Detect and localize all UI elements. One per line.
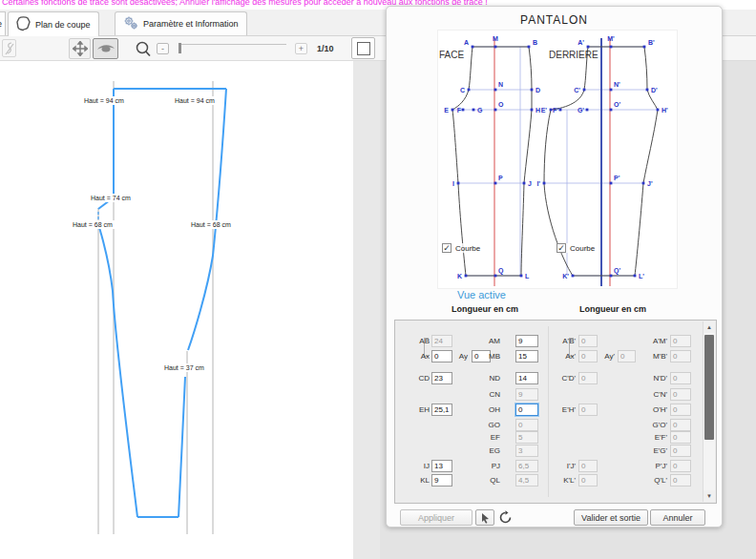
measure-label-I'J': I'J' — [545, 460, 576, 472]
measure-label-N'D': N'D' — [637, 372, 667, 384]
measure-label-Ay: Ay — [447, 350, 468, 362]
zoom-out-button[interactable]: - — [157, 43, 169, 54]
eye-show-measures-button[interactable] — [93, 38, 118, 59]
measure-field-ND[interactable]: 14 — [515, 372, 538, 384]
pattern-drawing — [0, 61, 353, 559]
measure-label-M'B': M'B' — [637, 350, 667, 362]
diagram-point-B — [528, 46, 531, 49]
measure-field-C'D': 0 — [578, 372, 598, 384]
diagram-point-M — [494, 46, 497, 49]
measure-field-OH[interactable]: 0 — [515, 404, 538, 416]
diagram-point-N' — [610, 89, 613, 92]
measure-field-N'D': 0 — [670, 372, 691, 384]
measure-field-KL[interactable]: 9 — [431, 474, 452, 487]
measure-field-MB[interactable]: 15 — [515, 350, 538, 362]
measure-field-QL: 4,5 — [515, 474, 538, 487]
diagram-point-D' — [646, 89, 649, 92]
point-label-G: G — [477, 107, 483, 114]
checkbox-checked-icon[interactable]: ✓ — [442, 243, 452, 253]
diagram-point-C' — [583, 89, 586, 92]
checkbox-checked-icon[interactable]: ✓ — [556, 243, 566, 253]
scroll-down-arrow[interactable]: ▼ — [704, 490, 715, 502]
frame-select-button[interactable] — [351, 37, 375, 59]
pantalon-dialog: PANTALON — [386, 6, 723, 528]
pattern-canvas[interactable]: Haut = 94 cm Haut = 94 cm Haut = 74 cm H… — [0, 61, 353, 559]
measure-field-CD[interactable]: 23 — [431, 372, 452, 384]
measure-label-C'D': C'D' — [545, 372, 576, 384]
measure-label-O'H': O'H' — [637, 404, 667, 416]
measure-label-EH: EH — [401, 404, 430, 416]
courbe-label: Courbe — [570, 244, 595, 253]
point-label-C: C — [460, 87, 465, 93]
courbe-checkbox-face[interactable]: ✓ Courbe — [442, 243, 480, 253]
measure-label-CD: CD — [401, 372, 430, 384]
zoom-in-button[interactable]: + — [295, 43, 307, 54]
measure-field-GO: 0 — [515, 419, 538, 431]
measure-label: Haut = 74 cm — [89, 194, 133, 202]
measure-label: Haut = 37 cm — [162, 363, 206, 372]
zoom-slider-handle[interactable] — [178, 43, 181, 53]
measure-label: Haut = 68 cm — [71, 220, 115, 229]
point-label-Q: Q — [498, 267, 504, 275]
measure-field-AM[interactable]: 9 — [515, 335, 538, 347]
measure-field-Ay': 0 — [618, 350, 636, 362]
point-label-N: N — [498, 81, 503, 88]
point-label-D': D' — [651, 87, 658, 93]
measure-field-IJ[interactable]: 13 — [431, 460, 452, 472]
guide-lines — [98, 81, 213, 534]
courbe-checkbox-back[interactable]: ✓ Courbe — [556, 243, 595, 253]
tab-parametre-et-information[interactable]: Paramètre et Information — [115, 11, 247, 35]
pan-move-button[interactable] — [69, 38, 91, 59]
point-label-J: J — [528, 180, 532, 187]
diagram-point-G — [472, 109, 475, 112]
diagram-point-J' — [642, 182, 645, 185]
tab-label: Plan de coupe — [35, 20, 91, 30]
measure-field-G'O': 0 — [670, 419, 691, 431]
measurements-panel: ▲ ▼ AB24AM9A'B'0A'M'0Ax0Ay0MB15Ax'0Ay'0M… — [394, 320, 717, 504]
point-label-P: P — [498, 175, 503, 181]
tab-plan-de-coupe[interactable]: Plan de coupe — [8, 11, 99, 36]
measure-field-K'L': 0 — [578, 474, 598, 487]
measure-field-E'F': 0 — [670, 431, 691, 444]
diagram-point-E — [452, 109, 454, 112]
point-label-O: O — [498, 101, 504, 108]
active-view-label: Vue active — [457, 289, 506, 300]
point-label-D: D — [536, 87, 540, 93]
measure-label-MB: MB — [470, 350, 500, 362]
diagram-point-Q — [494, 275, 497, 278]
validate-exit-button[interactable]: Valider et sortie — [574, 509, 648, 526]
measure-label-E'H': E'H' — [545, 404, 576, 416]
measure-label-P'J': P'J' — [637, 460, 667, 472]
point-label-B: B — [533, 39, 537, 46]
pointer-tool-button[interactable] — [475, 509, 494, 526]
refresh-button[interactable] — [498, 510, 514, 526]
apply-button[interactable]: Appliquer — [400, 509, 472, 526]
measure-field-EF: 5 — [515, 431, 538, 444]
measure-label-PJ: PJ — [470, 460, 500, 472]
tab-partial[interactable]: e — [0, 11, 6, 35]
point-label-E': E' — [541, 107, 548, 114]
zoom-slider-track[interactable] — [179, 44, 286, 45]
measure-field-EH[interactable]: 25,1 — [431, 404, 452, 416]
diagram-point-G' — [586, 109, 589, 112]
measure-label-IJ: IJ — [401, 460, 430, 472]
point-label-L': L' — [639, 273, 644, 280]
scroll-thumb[interactable] — [704, 335, 714, 440]
point-label-A: A — [464, 39, 469, 46]
cancel-button[interactable]: Annuler — [650, 509, 705, 526]
diagram-point-F — [462, 109, 465, 112]
point-label-J': J' — [647, 180, 653, 187]
measure-label-Ax': Ax' — [545, 350, 576, 362]
freehand-tool-button[interactable] — [2, 39, 16, 57]
scroll-up-arrow[interactable]: ▲ — [704, 321, 715, 333]
face-view-label: FACE — [439, 50, 464, 60]
measure-field-A'B': 0 — [578, 335, 598, 347]
diagram-point-I' — [543, 182, 546, 185]
panel-scrollbar[interactable]: ▲ ▼ — [703, 321, 715, 502]
measure-label-QL: QL — [470, 474, 500, 487]
diagram-point-P' — [610, 182, 613, 185]
leather-hide-icon — [16, 16, 31, 33]
point-label-B': B' — [648, 39, 655, 46]
point-label-I: I — [452, 180, 454, 187]
measure-label-E'G': E'G' — [637, 445, 667, 457]
